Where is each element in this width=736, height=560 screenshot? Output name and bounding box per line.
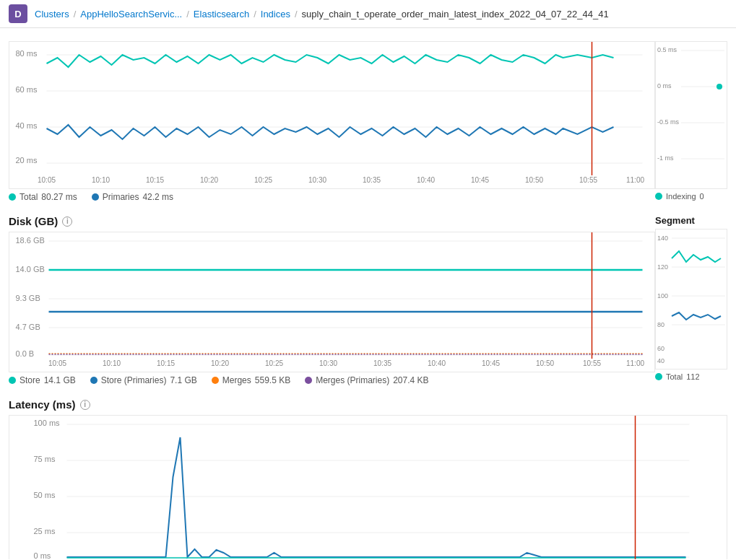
svg-text:10:20: 10:20 <box>211 359 229 367</box>
breadcrumb-app[interactable]: AppHelloSearchServic... <box>80 9 182 19</box>
svg-text:10:15: 10:15 <box>157 359 175 367</box>
svg-text:10:50: 10:50 <box>525 176 543 184</box>
search-rate-chart: 80 ms 60 ms 40 ms 20 ms <box>9 41 655 189</box>
svg-text:10:15: 10:15 <box>146 176 164 184</box>
svg-text:0.5 ms: 0.5 ms <box>657 46 677 53</box>
svg-text:100: 100 <box>657 292 668 299</box>
segment-title-text: Segment <box>655 215 695 226</box>
legend-store-primaries: Store (Primaries) 7.1 GB <box>90 375 197 385</box>
svg-text:40: 40 <box>657 357 664 364</box>
legend-segment-total-label: Total <box>666 372 683 381</box>
svg-text:20 ms: 20 ms <box>16 156 38 165</box>
legend-merges: Merges 559.5 KB <box>212 375 290 385</box>
legend-primaries-label: Primaries <box>103 192 139 202</box>
svg-text:18.6 GB: 18.6 GB <box>16 236 45 245</box>
svg-text:60: 60 <box>657 345 664 352</box>
legend-total-value: 80.27 ms <box>41 192 77 202</box>
latency-chart: 100 ms 75 ms 50 ms 25 ms 0 ms <box>9 415 727 559</box>
legend-merges-primaries-label: Merges (Primaries) <box>316 375 389 385</box>
svg-text:75 ms: 75 ms <box>34 455 56 463</box>
svg-text:10:35: 10:35 <box>373 359 391 367</box>
legend-dot-store-primaries <box>90 377 98 384</box>
svg-text:120: 120 <box>657 263 668 271</box>
segment-title: Segment <box>655 215 727 226</box>
legend-dot-merges <box>212 377 219 384</box>
svg-text:10:55: 10:55 <box>583 359 601 367</box>
svg-text:11:00: 11:00 <box>626 176 644 184</box>
latency-section: Latency (ms) i 100 ms 75 ms 50 ms 25 ms … <box>9 398 727 559</box>
svg-text:10:10: 10:10 <box>92 176 110 184</box>
search-rate-side-chart: 0.5 ms 0 ms -0.5 ms -1 ms <box>655 41 727 189</box>
legend-dot-total <box>9 193 16 201</box>
legend-dot-merges-primaries <box>305 377 312 384</box>
legend-dot-store <box>9 377 16 384</box>
svg-text:10:25: 10:25 <box>254 176 272 184</box>
breadcrumb-elasticsearch[interactable]: Elasticsearch <box>194 9 249 19</box>
disk-info-icon[interactable]: i <box>62 216 72 227</box>
svg-text:140: 140 <box>657 235 668 242</box>
latency-title-text: Latency (ms) <box>9 398 76 411</box>
breadcrumb: D Clusters / AppHelloSearchServic... / E… <box>0 0 736 28</box>
svg-text:4.7 GB: 4.7 GB <box>16 323 40 331</box>
legend-total: Total 80.27 ms <box>9 192 77 202</box>
svg-text:10:25: 10:25 <box>265 359 283 367</box>
svg-text:10:30: 10:30 <box>308 176 326 184</box>
legend-indexing-value: 0 <box>700 192 704 201</box>
segment-side: Segment 140 120 100 80 60 <box>655 215 727 385</box>
search-rate-legend: Total 80.27 ms Primaries 42.2 ms <box>9 192 655 202</box>
svg-text:10:20: 10:20 <box>200 176 218 184</box>
svg-text:10:30: 10:30 <box>319 359 337 367</box>
breadcrumb-clusters[interactable]: Clusters <box>35 9 69 19</box>
legend-primaries-value: 42.2 ms <box>142 192 173 202</box>
svg-text:-0.5 ms: -0.5 ms <box>657 118 680 126</box>
search-rate-section: 80 ms 60 ms 40 ms 20 ms <box>9 41 727 202</box>
svg-text:11:00: 11:00 <box>626 359 644 367</box>
svg-text:10:40: 10:40 <box>417 176 435 184</box>
legend-dot-primaries <box>92 193 99 201</box>
legend-store-value: 14.1 GB <box>44 375 76 385</box>
legend-store: Store 14.1 GB <box>9 375 76 385</box>
legend-indexing: Indexing 0 <box>655 192 727 201</box>
disk-title-text: Disk (GB) <box>9 215 58 227</box>
legend-merges-primaries: Merges (Primaries) 207.4 KB <box>305 375 428 385</box>
svg-text:9.3 GB: 9.3 GB <box>16 294 40 302</box>
svg-text:10:05: 10:05 <box>38 176 56 184</box>
svg-text:-1 ms: -1 ms <box>657 154 674 162</box>
latency-info-icon[interactable]: i <box>80 400 90 410</box>
svg-text:10:05: 10:05 <box>48 359 66 367</box>
svg-point-29 <box>716 84 722 89</box>
latency-title: Latency (ms) i <box>9 398 727 411</box>
legend-primaries: Primaries 42.2 ms <box>92 192 173 202</box>
legend-store-primaries-value: 7.1 GB <box>170 375 196 385</box>
legend-store-label: Store <box>20 375 40 385</box>
legend-segment-total: Total 112 <box>655 372 727 381</box>
breadcrumb-indices[interactable]: Indices <box>261 9 290 19</box>
svg-text:50 ms: 50 ms <box>34 491 56 499</box>
svg-text:0 ms: 0 ms <box>34 551 51 559</box>
breadcrumb-index-name: suply_chain_t_operate_order_main_latest_… <box>302 9 609 19</box>
svg-text:10:45: 10:45 <box>471 176 489 184</box>
legend-dot-indexing <box>655 193 662 200</box>
svg-text:80 ms: 80 ms <box>16 49 38 58</box>
legend-total-label: Total <box>20 192 38 202</box>
svg-text:14.0 GB: 14.0 GB <box>16 265 45 274</box>
main-content: 80 ms 60 ms 40 ms 20 ms <box>0 28 736 559</box>
svg-text:25 ms: 25 ms <box>34 527 56 535</box>
legend-store-primaries-label: Store (Primaries) <box>101 375 167 385</box>
avatar: D <box>9 4 27 23</box>
disk-legend: Store 14.1 GB Store (Primaries) 7.1 GB M… <box>9 375 655 385</box>
svg-text:0 ms: 0 ms <box>657 82 672 89</box>
svg-text:100 ms: 100 ms <box>34 419 61 427</box>
legend-merges-label: Merges <box>222 375 251 385</box>
svg-text:0.0 B: 0.0 B <box>16 349 35 358</box>
svg-text:60 ms: 60 ms <box>16 85 38 94</box>
segment-chart: 140 120 100 80 60 40 <box>655 229 727 369</box>
legend-indexing-label: Indexing <box>666 192 696 201</box>
legend-merges-value: 559.5 KB <box>255 375 290 385</box>
disk-section: Disk (GB) i 18.6 GB 14.0 GB 9.3 GB 4.7 G… <box>9 215 727 385</box>
svg-text:40 ms: 40 ms <box>16 121 38 130</box>
svg-text:10:50: 10:50 <box>536 359 554 367</box>
legend-merges-primaries-value: 207.4 KB <box>393 375 428 385</box>
svg-text:10:10: 10:10 <box>103 359 121 367</box>
svg-text:10:45: 10:45 <box>482 359 500 367</box>
